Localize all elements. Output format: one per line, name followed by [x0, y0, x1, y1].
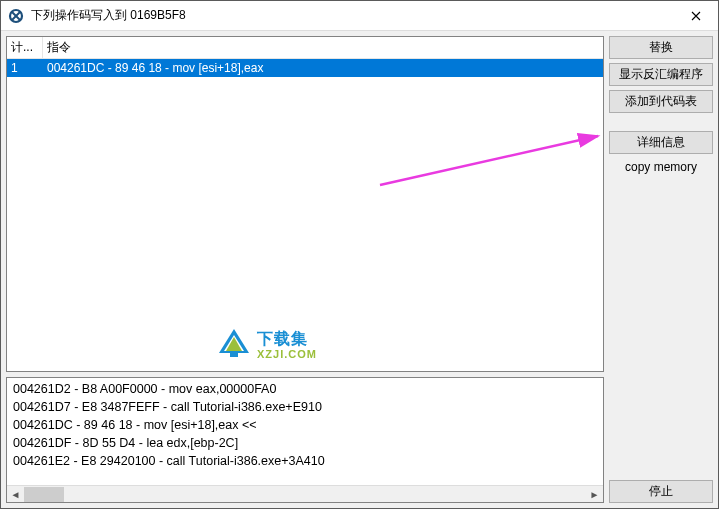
- svg-marker-3: [219, 329, 249, 353]
- copy-memory-label[interactable]: copy memory: [609, 158, 713, 178]
- replace-button[interactable]: 替换: [609, 36, 713, 59]
- svg-marker-4: [224, 335, 244, 351]
- left-column: 计... 指令 1 004261DC - 89 46 18 - mov [esi…: [6, 36, 604, 503]
- watermark: 下载集 XZJI.COM: [217, 327, 317, 361]
- scroll-track[interactable]: [24, 486, 586, 502]
- details-button[interactable]: 详细信息: [609, 131, 713, 154]
- list-body[interactable]: 1 004261DC - 89 46 18 - mov [esi+18],eax…: [7, 59, 603, 371]
- titlebar: 下列操作码写入到 0169B5F8: [1, 1, 718, 31]
- detail-line: 004261DF - 8D 55 D4 - lea edx,[ebp-2C]: [13, 434, 597, 452]
- list-row[interactable]: 1 004261DC - 89 46 18 - mov [esi+18],eax: [7, 59, 603, 77]
- spacer: [609, 117, 713, 127]
- col-header-instruction[interactable]: 指令: [43, 37, 603, 58]
- scroll-right-icon[interactable]: ►: [586, 486, 603, 503]
- cell-count: 1: [7, 61, 43, 75]
- content-area: 计... 指令 1 004261DC - 89 46 18 - mov [esi…: [1, 31, 718, 508]
- cell-instruction: 004261DC - 89 46 18 - mov [esi+18],eax: [43, 61, 603, 75]
- detail-line: 004261D7 - E8 3487FEFF - call Tutorial-i…: [13, 398, 597, 416]
- window-title: 下列操作码写入到 0169B5F8: [31, 7, 673, 24]
- watermark-sub: XZJI.COM: [257, 348, 317, 360]
- detail-body: 004261D2 - B8 A00F0000 - mov eax,00000FA…: [7, 378, 603, 485]
- detail-line: 004261DC - 89 46 18 - mov [esi+18],eax <…: [13, 416, 597, 434]
- detail-line: 004261D2 - B8 A00F0000 - mov eax,00000FA…: [13, 380, 597, 398]
- svg-rect-6: [230, 353, 238, 357]
- opcode-list[interactable]: 计... 指令 1 004261DC - 89 46 18 - mov [esi…: [6, 36, 604, 372]
- add-to-codetable-button[interactable]: 添加到代码表: [609, 90, 713, 113]
- scroll-thumb[interactable]: [24, 487, 64, 502]
- show-disassembler-button[interactable]: 显示反汇编程序: [609, 63, 713, 86]
- disassembly-detail[interactable]: 004261D2 - B8 A00F0000 - mov eax,00000FA…: [6, 377, 604, 503]
- watermark-title: 下载集: [257, 329, 317, 350]
- close-button[interactable]: [673, 1, 718, 31]
- app-icon: [7, 7, 25, 25]
- horizontal-scrollbar[interactable]: ◄ ►: [7, 485, 603, 502]
- stop-button[interactable]: 停止: [609, 480, 713, 503]
- col-header-count[interactable]: 计...: [7, 37, 43, 58]
- svg-marker-5: [226, 337, 242, 351]
- list-header: 计... 指令: [7, 37, 603, 59]
- scroll-left-icon[interactable]: ◄: [7, 486, 24, 503]
- detail-line: 004261E2 - E8 29420100 - call Tutorial-i…: [13, 452, 597, 470]
- spacer: [609, 182, 713, 476]
- right-column: 替换 显示反汇编程序 添加到代码表 详细信息 copy memory 停止: [609, 36, 713, 503]
